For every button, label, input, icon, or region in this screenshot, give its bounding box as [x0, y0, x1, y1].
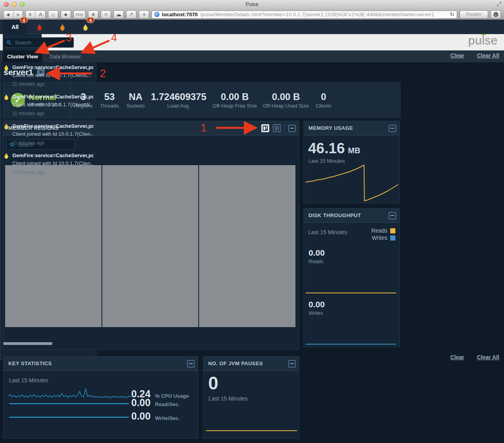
bookmark-ebay-button[interactable]: ebay [73, 10, 86, 19]
region-block[interactable] [5, 165, 102, 327]
pulse-app: About Help Welcome admin Sign Out localh… [0, 20, 504, 443]
url-bar[interactable]: localhost:7070 /pulse/MemberDetails.html… [151, 10, 457, 19]
stat-offheap-free: 0.00 BOff-Heap Free Size [209, 83, 260, 117]
jvm-pauses-subtitle: Last 15 Minutes [209, 395, 248, 402]
new-tab-button[interactable]: + [139, 10, 149, 19]
forward-icon[interactable]: ▶ [14, 12, 23, 17]
clear-all-link[interactable]: Clear All [477, 52, 499, 59]
tab-cluster-view[interactable]: Cluster View [3, 50, 42, 62]
region-block[interactable] [102, 165, 199, 327]
disk-throughput-title: DISK THROUGHPUT [309, 212, 361, 218]
writes-label: Writes [309, 310, 323, 316]
jvm-pauses-title: NO. OF JVM PAUSES [208, 360, 263, 366]
notification-item[interactable]: GemFire:service=CacheServer,port=404 Cli… [4, 123, 94, 146]
notifications-search-input[interactable] [14, 39, 70, 46]
text-smaller-icon[interactable]: A [26, 12, 34, 17]
home-icon: ⌂ [52, 11, 55, 17]
clear-row-top: Clear Clear All [450, 52, 499, 59]
minus-icon [290, 363, 294, 364]
stat-offheap-used: 0.00 BOff-Heap Used Size [260, 83, 312, 117]
text-size-buttons[interactable]: A A [25, 10, 45, 19]
regions-treemap [5, 165, 295, 327]
writes-flatline [306, 344, 396, 345]
reads-sec-flatline [9, 403, 129, 404]
cloud-icon: ☁ [116, 11, 121, 17]
clear-all-link[interactable]: Clear All [477, 354, 499, 360]
memory-unit: MB [348, 146, 360, 155]
yellow-flame-icon [4, 123, 9, 129]
keystats-subtitle: Last 15 Minutes [9, 377, 48, 383]
cpu-sparkline-chart [8, 387, 131, 401]
treemap-view-button[interactable] [261, 124, 269, 132]
jvm-flatline [206, 430, 297, 431]
yellow-flame-icon [83, 24, 88, 31]
grid-view-icon [274, 126, 279, 131]
minus-icon [189, 363, 193, 364]
evernote-icon: e [92, 12, 95, 17]
memory-value: 46.16MB [308, 140, 360, 157]
share-icon: ↗ [129, 12, 133, 17]
window-title: Pulse [0, 1, 504, 7]
notification-item[interactable]: GemFire:service=CacheServer,port=404 Cli… [4, 152, 94, 175]
window-resize-icon[interactable] [497, 2, 502, 6]
disk-subtitle: Last 15 Minutes [308, 229, 347, 235]
minus-icon [290, 128, 294, 129]
notifications-search[interactable] [3, 37, 74, 48]
bookmark-diamond-button[interactable]: ◆ [61, 10, 71, 19]
notification-item[interactable]: GemFire:service=CacheServer,port=404 Cli… [4, 64, 94, 87]
ebay-icon: ebay [76, 12, 84, 16]
reload-icon[interactable]: ↻ [450, 11, 454, 17]
yellow-flame-icon [4, 153, 9, 159]
back-icon[interactable]: ◀ [4, 12, 12, 17]
notification-item[interactable]: GemFire:service=CacheServer,port=404 Cli… [4, 94, 94, 116]
nav-tabbar: Cluster View Data Browser [0, 50, 504, 62]
url-host: localhost:7070 [162, 12, 197, 17]
disk-legend: Reads Writes [372, 227, 395, 241]
region-block[interactable] [199, 165, 295, 327]
collapse-memory-button[interactable] [389, 125, 396, 132]
divider [284, 124, 285, 133]
text-larger-icon[interactable]: A [36, 12, 45, 17]
downloads-button[interactable]: ↓ [491, 10, 501, 19]
writes-value: 0.00 [309, 300, 325, 309]
clear-link[interactable]: Clear [450, 354, 464, 360]
yellow-flame-icon [4, 65, 9, 71]
bookmark-asterisk-button[interactable]: ∗ [101, 10, 111, 19]
orange-flame-icon [60, 24, 65, 31]
read-sec-label: Read/Sec. [155, 401, 180, 407]
collapse-jvm-button[interactable] [288, 360, 296, 368]
tab-data-browser[interactable]: Data Browser [44, 50, 86, 62]
collapse-disk-button[interactable] [389, 212, 396, 220]
all-tab-badge: 4 [20, 17, 28, 23]
reads-swatch [390, 228, 395, 233]
stat-clients: 0Clients [312, 83, 335, 117]
reader-button[interactable]: Reader [460, 10, 488, 19]
download-icon: ↓ [493, 12, 498, 17]
cloud-tabs-button[interactable]: ☁ [113, 10, 124, 19]
cpu-usage-label: % CPU Usage [155, 393, 189, 399]
jvm-pauses-panel: NO. OF JVM PAUSES 0 Last 15 Minutes [203, 356, 299, 439]
jvm-pauses-value: 0 [208, 372, 218, 394]
nav-back-forward[interactable]: ◀ ▶ [3, 10, 23, 19]
minus-icon [391, 128, 394, 129]
notifications-tab-error[interactable] [51, 20, 74, 34]
memory-usage-title: MEMORY USAGE [309, 125, 353, 131]
plus-icon: + [142, 11, 146, 17]
clear-link[interactable]: Clear [450, 52, 464, 59]
collapse-keystats-button[interactable] [187, 360, 195, 368]
warning-tab-badge: 4 [86, 17, 94, 23]
horizontal-scrollbar[interactable] [3, 342, 52, 345]
stat-sockets: NASockets [123, 83, 148, 117]
disk-throughput-panel: DISK THROUGHPUT Last 15 Minutes Reads Wr… [303, 208, 400, 347]
red-flame-icon [37, 24, 42, 31]
memory-trend-chart [304, 162, 400, 204]
home-button[interactable]: ⌂ [48, 10, 58, 19]
legend-writes-label: Writes [372, 235, 387, 241]
legend-reads-label: Reads [372, 227, 387, 234]
key-statistics-title: KEY STATISTICS [8, 360, 52, 366]
grid-view-button[interactable] [273, 124, 281, 132]
share-button[interactable]: ↗ [126, 10, 136, 19]
stat-load-avg: 1.724609375Load Avg. [148, 83, 209, 117]
collapse-regions-button[interactable] [288, 125, 296, 132]
notifications-tab-severe[interactable] [28, 20, 51, 34]
